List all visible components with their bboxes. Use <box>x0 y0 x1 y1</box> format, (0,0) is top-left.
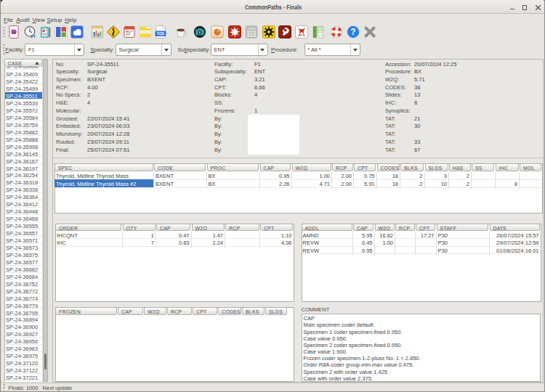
svg-text:SQL: SQL <box>157 31 166 36</box>
svg-text:?: ? <box>350 27 355 37</box>
svg-text:24: 24 <box>31 34 36 38</box>
